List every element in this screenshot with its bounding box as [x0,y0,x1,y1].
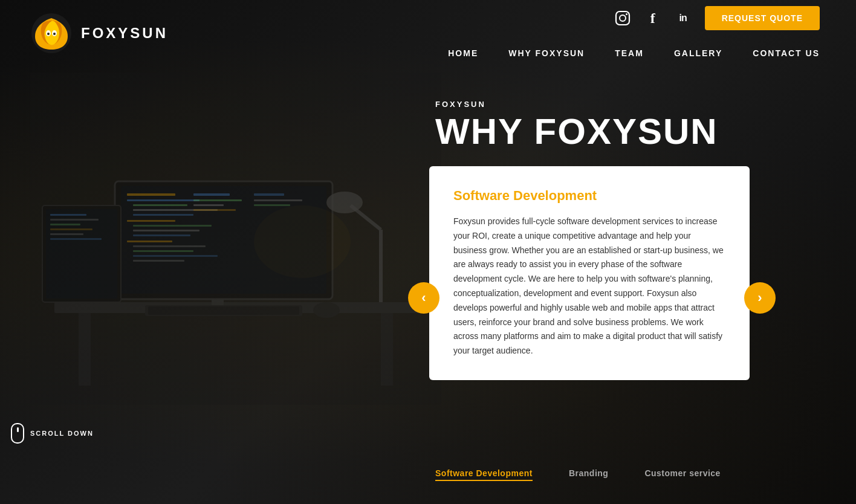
svg-rect-12 [133,214,193,216]
scroll-down-label: SCROLL DOWN [30,430,94,437]
svg-point-45 [620,15,626,21]
svg-point-46 [626,13,627,15]
svg-rect-19 [133,250,193,252]
svg-point-39 [313,302,340,318]
svg-rect-14 [133,225,212,227]
svg-rect-44 [616,11,629,25]
desk-illustration [30,73,441,405]
service-tabs: Software Development Branding Customer s… [435,468,721,481]
svg-rect-28 [254,204,290,206]
svg-point-50 [47,33,50,35]
request-quote-button[interactable]: REQUEST QUOTE [705,6,820,30]
svg-rect-10 [133,204,187,206]
svg-rect-20 [133,255,218,257]
svg-rect-34 [50,228,92,230]
svg-rect-30 [46,209,117,299]
svg-point-43 [254,205,351,278]
svg-rect-8 [127,193,175,196]
card-body-text: Foxysun provides full-cycle software dev… [453,215,725,358]
service-card: Software Development Foxysun provides fu… [429,166,750,380]
svg-rect-21 [133,260,184,262]
svg-rect-3 [381,313,393,386]
svg-rect-24 [193,204,224,206]
svg-rect-18 [133,245,206,247]
scroll-down-indicator[interactable]: SCROLL DOWN [11,423,94,444]
tab-software-development[interactable]: Software Development [435,468,533,481]
tab-branding[interactable]: Branding [569,468,608,481]
nav-home[interactable]: HOME [448,48,478,58]
svg-rect-35 [50,233,83,235]
svg-rect-38 [148,306,299,315]
next-slide-button[interactable]: › [744,282,776,314]
nav-why-foxysun[interactable]: WHY FOXYSUN [508,48,585,58]
logo-icon [30,12,73,54]
tab-customer-service[interactable]: Customer service [644,468,721,481]
facebook-icon[interactable]: f [643,8,663,28]
svg-rect-31 [50,214,86,216]
svg-rect-17 [127,241,172,242]
prev-slide-button[interactable]: ‹ [408,282,439,314]
svg-rect-36 [50,238,102,240]
nav-gallery[interactable]: GALLERY [674,48,722,58]
scroll-mouse-icon [11,423,24,444]
svg-rect-26 [254,193,284,196]
logo-area: FOXYSUN [30,12,168,54]
chevron-left-icon: ‹ [421,290,426,306]
svg-rect-15 [133,230,199,231]
svg-rect-25 [193,209,236,211]
svg-rect-22 [193,193,230,196]
svg-rect-32 [50,219,99,221]
linkedin-icon[interactable]: in [673,8,693,28]
card-service-title: Software Development [453,188,725,204]
nav-contact-us[interactable]: CONTACT US [753,48,820,58]
svg-rect-27 [254,199,302,201]
social-icons: f in [613,8,693,28]
svg-rect-13 [127,220,175,222]
svg-point-42 [326,192,363,213]
svg-rect-23 [193,199,242,201]
chevron-right-icon: › [757,290,762,306]
instagram-icon[interactable] [613,8,632,28]
svg-rect-16 [133,234,190,236]
section-title: WHY FOXYSUN [435,112,718,152]
section-label: FOXYSUN [435,100,486,109]
main-nav: HOME WHY FOXYSUN TEAM GALLERY CONTACT US [448,48,820,58]
hero-section: f in REQUEST QUOTE FOXYSUN HOME WHY FOXY… [0,0,856,504]
svg-rect-33 [50,224,80,225]
svg-rect-2 [79,313,91,386]
svg-point-51 [53,33,56,35]
nav-team[interactable]: TEAM [615,48,644,58]
brand-name: FOXYSUN [81,25,168,42]
svg-rect-9 [127,199,199,201]
